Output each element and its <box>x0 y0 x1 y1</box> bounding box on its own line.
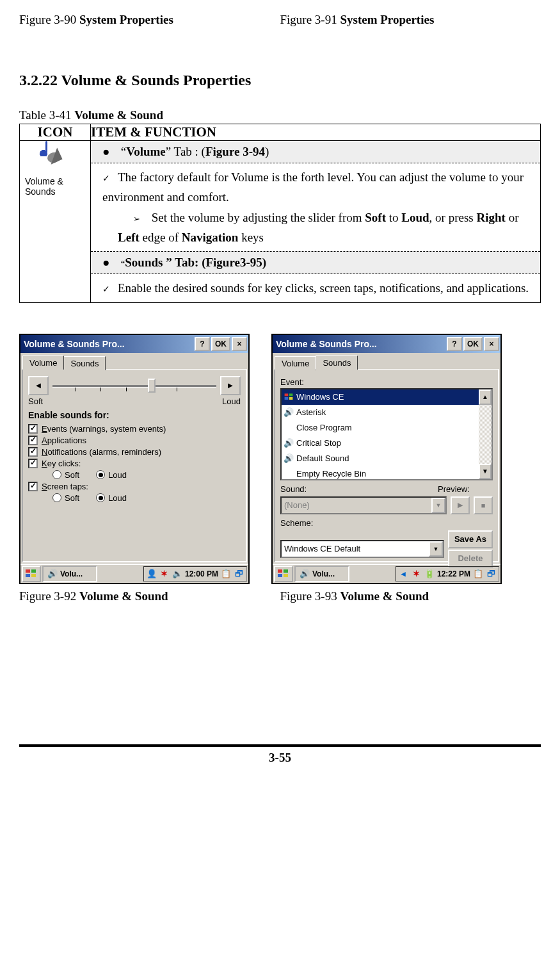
taskbar-app-label: Volu... <box>60 569 83 578</box>
radio-screentaps-soft[interactable] <box>52 493 61 502</box>
tray-battery-icon[interactable]: 🔋 <box>424 569 435 579</box>
slider-thumb[interactable] <box>148 379 156 393</box>
help-button[interactable]: ? <box>447 337 462 351</box>
tab-body-volume: ◄ ► Soft Loud Enable sounds for: <box>22 369 247 562</box>
sounds-tab-heading: ● ““Sounds ” Tab: (Figure3-95)Sounds ” T… <box>91 252 540 274</box>
checkbox-events-row: Events (warnings, system events) <box>28 424 241 434</box>
volume-slider[interactable] <box>50 377 219 394</box>
window-title: Volume & Sounds Pro... <box>24 339 195 349</box>
radio-keyclicks-soft[interactable] <box>52 470 61 479</box>
label-loud: Loud <box>222 397 241 406</box>
list-item[interactable]: Windows CE <box>282 389 492 405</box>
scrollbar[interactable]: ▲ ▼ <box>479 389 492 479</box>
section-heading: 3.2.22 Volume & Sounds Properties <box>19 72 541 89</box>
tray-icon-2[interactable]: ✶ <box>159 569 170 579</box>
caption-prefix: Figure 3-91 <box>280 13 340 26</box>
titlebar: Volume & Sounds Pro... ? OK × <box>20 335 248 353</box>
caption-bold: Volume & Sound <box>340 589 429 603</box>
scheme-combo[interactable]: Windows CE Default ▼ <box>280 540 444 558</box>
checkbox-keyclicks-label: Key clicks: <box>42 459 81 468</box>
scroll-up-button[interactable]: ▲ <box>479 389 492 405</box>
checkbox-notifications[interactable] <box>28 447 38 457</box>
page-footer: 3-55 <box>19 744 541 765</box>
slider-increase-button[interactable]: ► <box>220 376 241 395</box>
label-sound: Sound: <box>280 484 434 494</box>
close-button[interactable]: × <box>232 337 247 351</box>
caption-fig-3-91: Figure 3-91 System Properties <box>280 13 541 27</box>
radio-keyclicks-loud[interactable] <box>96 470 105 479</box>
window-title: Volume & Sounds Pro... <box>276 339 447 349</box>
tab-body-sounds: Event: Windows CE 🔊 Asterisk Close Progr… <box>274 369 499 562</box>
checkbox-events[interactable] <box>28 424 38 434</box>
tray-icon-3[interactable]: 📋 <box>221 569 231 579</box>
caption-fig-3-92: Figure 3-92 Volume & Sound <box>19 589 280 603</box>
tab-volume[interactable]: Volume <box>22 356 64 370</box>
th-icon: ICON <box>20 124 91 141</box>
icon-label: Volume & Sounds <box>20 176 90 197</box>
checkbox-events-label: Events (warnings, system events) <box>42 424 166 434</box>
sound-icon: 🔊 <box>284 454 294 464</box>
tray-icon-2[interactable]: ✶ <box>412 569 422 579</box>
caption-prefix: Figure 3-90 <box>19 13 79 26</box>
list-item-label: Critical Stop <box>296 438 341 448</box>
checkbox-applications[interactable] <box>28 436 38 445</box>
checkbox-screentaps[interactable] <box>28 482 38 491</box>
radio-label-loud: Loud <box>108 493 127 503</box>
slider-decrease-button[interactable]: ◄ <box>28 376 49 395</box>
list-item[interactable]: 🔊 Default Sound <box>282 451 492 466</box>
icon-cell: Volume & Sounds <box>20 141 91 303</box>
bottom-figure-captions: Figure 3-92 Volume & Sound Figure 3-93 V… <box>19 589 541 603</box>
screenshot-row: Volume & Sounds Pro... ? OK × Volume Sou… <box>19 334 541 584</box>
start-button[interactable] <box>274 566 293 582</box>
list-item-label: Empty Recycle Bin <box>296 469 366 478</box>
list-item[interactable]: Empty Recycle Bin <box>282 466 492 480</box>
tray-speaker-icon[interactable]: 🔈 <box>172 569 182 579</box>
delete-button: Delete <box>448 550 493 568</box>
tab-sounds[interactable]: Sounds <box>316 356 358 370</box>
list-item[interactable]: Close Program <box>282 420 492 436</box>
radio-label-loud: Loud <box>108 470 127 480</box>
scroll-track[interactable] <box>479 405 492 464</box>
scroll-down-button[interactable]: ▼ <box>479 464 492 479</box>
volume-icon: 🔊 <box>300 569 310 579</box>
volume-sounds-icon <box>40 143 70 174</box>
volume-tab-desc: ✓The factory default for Volume is the f… <box>91 163 540 252</box>
ok-button[interactable]: OK <box>211 337 230 351</box>
sounds-tab-desc: ✓Enable the desired sounds for key click… <box>91 274 540 302</box>
help-button[interactable]: ? <box>195 337 210 351</box>
chevron-down-icon[interactable]: ▼ <box>429 541 443 557</box>
tray-icon-4[interactable]: 🗗 <box>486 569 496 579</box>
enable-sounds-heading: Enable sounds for: <box>28 410 241 420</box>
list-item[interactable]: 🔊 Critical Stop <box>282 436 492 451</box>
system-tray: ◂ ✶ 🔋 12:22 PM 📋 🗗 <box>396 566 499 582</box>
event-listbox[interactable]: Windows CE 🔊 Asterisk Close Program 🔊 Cr… <box>280 388 493 480</box>
tray-icon-3[interactable]: 📋 <box>473 569 483 579</box>
start-button[interactable] <box>22 566 41 582</box>
list-item-label: Windows CE <box>296 392 344 402</box>
sound-icon: 🔊 <box>284 407 294 418</box>
volume-icon: 🔊 <box>47 569 58 579</box>
list-item[interactable]: 🔊 Asterisk <box>282 405 492 420</box>
close-button[interactable]: × <box>484 337 499 351</box>
sound-icon: 🔊 <box>284 438 294 448</box>
tab-volume[interactable]: Volume <box>275 356 316 370</box>
save-as-button[interactable]: Save As <box>448 530 493 548</box>
ok-button[interactable]: OK <box>463 337 483 351</box>
tray-icon-4[interactable]: 🗗 <box>234 569 244 579</box>
checkbox-notifications-label: Notifications (alarms, reminders) <box>42 447 161 457</box>
blank-icon <box>284 469 294 479</box>
taskbar-app-button[interactable]: 🔊 Volu... <box>42 566 97 582</box>
checkbox-keyclicks-row: Key clicks: <box>28 459 241 468</box>
checkbox-keyclicks[interactable] <box>28 459 38 468</box>
tray-icon-1[interactable]: 👤 <box>147 569 157 579</box>
tab-sounds[interactable]: Sounds <box>63 356 106 370</box>
taskbar: 🔊 Volu... 👤 ✶ 🔈 12:00 PM 📋 🗗 <box>20 564 248 583</box>
taskbar-app-button[interactable]: 🔊 Volu... <box>294 566 349 582</box>
radio-screentaps-loud[interactable] <box>96 493 105 502</box>
tray-clock: 12:22 PM <box>437 569 470 578</box>
tray-icon-1[interactable]: ◂ <box>399 569 409 579</box>
label-event: Event: <box>280 377 493 387</box>
screentaps-radio-row: Soft Loud <box>52 493 241 503</box>
blank-icon <box>284 423 294 433</box>
checkbox-applications-label: Applications <box>42 436 86 445</box>
